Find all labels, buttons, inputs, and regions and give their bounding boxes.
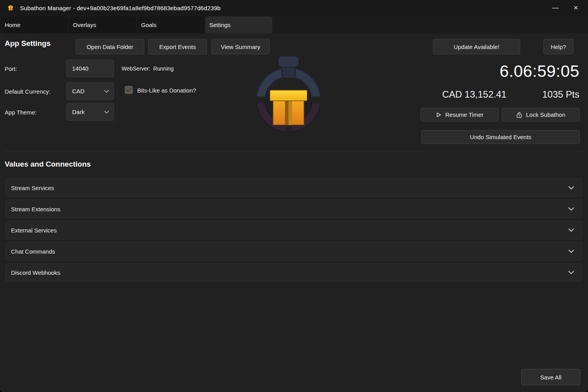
webserver-status: WebServer:Running — [122, 65, 174, 72]
default-currency-label: Default Currency: — [5, 88, 51, 95]
undo-simulated-events-button[interactable]: Undo Simulated Events — [421, 130, 580, 144]
accordion-external-services[interactable]: External Services — [5, 221, 582, 240]
update-available-button[interactable]: Update Available! — [433, 39, 520, 54]
tab-home[interactable]: Home — [1, 16, 68, 33]
theme-select[interactable]: Dark — [66, 103, 114, 121]
export-events-button[interactable]: Export Events — [148, 39, 207, 54]
tab-overlays[interactable]: Overlays — [69, 16, 136, 33]
open-data-folder-button[interactable]: Open Data Folder — [76, 39, 144, 54]
app-window: Subathon Manager - dev+9a00b23e69fa1a8ef… — [0, 0, 588, 392]
resume-timer-button[interactable]: Resume Timer — [421, 108, 499, 122]
play-icon — [436, 112, 441, 118]
close-button[interactable]: ✕ — [567, 0, 585, 16]
port-input[interactable] — [66, 60, 114, 77]
accordion-stream-extensions[interactable]: Stream Extensions — [5, 200, 582, 218]
chevron-down-icon — [568, 271, 574, 274]
check-icon — [126, 88, 131, 92]
tab-goals[interactable]: Goals — [137, 16, 204, 33]
tab-settings[interactable]: Settings — [205, 16, 272, 33]
app-settings-heading: App Settings — [5, 39, 51, 48]
bits-like-checkbox[interactable] — [125, 86, 133, 94]
currency-select[interactable]: CAD — [66, 82, 114, 100]
chevron-down-icon — [568, 229, 574, 232]
app-gift-icon — [7, 4, 14, 11]
values-connections-heading: Values and Connections — [5, 160, 91, 169]
chevron-down-icon — [568, 207, 574, 211]
chevron-down-icon — [568, 186, 574, 190]
help-button[interactable]: Help? — [543, 39, 573, 54]
total-amount: CAD 13,152.41 — [442, 89, 506, 100]
total-points: 1035 Pts — [542, 89, 579, 100]
tab-bar: Home Overlays Goals Settings — [0, 16, 588, 33]
title-bar: Subathon Manager - dev+9a00b23e69fa1a8ef… — [0, 0, 588, 16]
subathon-gift-logo — [256, 56, 321, 134]
accordion-chat-commands[interactable]: Chat Commands — [5, 242, 582, 261]
chevron-down-icon — [104, 90, 109, 93]
lock-icon — [516, 112, 522, 118]
app-theme-label: App Theme: — [5, 109, 36, 116]
section-divider — [4, 151, 584, 151]
save-all-button[interactable]: Save All — [521, 369, 580, 385]
window-title: Subathon Manager - dev+9a00b23e69fa1a8ef… — [20, 5, 221, 11]
view-summary-button[interactable]: View Summary — [211, 39, 270, 54]
subathon-timer: 6.06:59:05 — [499, 62, 579, 81]
accordion-stream-services[interactable]: Stream Services — [5, 178, 582, 197]
chevron-down-icon — [568, 250, 574, 253]
bits-like-label: Bits-Like as Donation? — [137, 87, 196, 94]
accordion-discord-webhooks[interactable]: Discord Webhooks — [5, 263, 582, 282]
minimize-button[interactable]: — — [546, 0, 564, 16]
port-label: Port: — [5, 65, 17, 72]
chevron-down-icon — [104, 111, 109, 114]
lock-subathon-button[interactable]: Lock Subathon — [502, 108, 580, 122]
